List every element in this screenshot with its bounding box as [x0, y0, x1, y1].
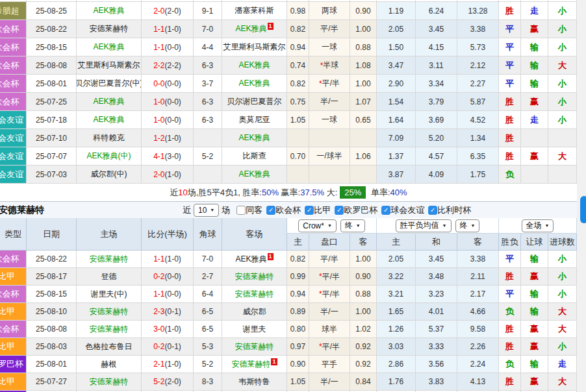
- handicap-line-cell: [309, 129, 350, 147]
- home-team-cell[interactable]: AEK雅典: [77, 93, 142, 111]
- home-team-cell[interactable]: 贝尔谢巴夏普尔(中): [77, 75, 142, 93]
- league-type-cell: 欧会杯: [0, 251, 27, 268]
- summary-text: 近: [170, 188, 178, 197]
- avg-away-odds-cell: 1.75: [457, 165, 499, 184]
- avg-draw-odds-cell: 3.23: [416, 286, 457, 303]
- away-team-cell[interactable]: 潘塞莱科斯: [222, 2, 287, 20]
- sub-header-handicap: 盘口: [309, 234, 350, 251]
- filter-label[interactable]: 同客: [246, 204, 262, 216]
- handicap-result-cell: 赢: [521, 147, 548, 165]
- home-team-cell[interactable]: 艾里斯利马斯素尔: [77, 56, 142, 75]
- handicap-line-cell: 平/半: [309, 20, 350, 38]
- matches-unit-label: 场: [222, 204, 230, 216]
- away-team-cell[interactable]: 安德莱赫特: [222, 286, 287, 303]
- filter-label[interactable]: 比甲: [314, 204, 331, 216]
- win-draw-lose-result-cell: 胜: [499, 268, 521, 286]
- fulltime-score: 0-2: [153, 272, 164, 281]
- match-row: 欧会杯 25-08-22 安德莱赫特 1-1(1-0) 7-0 AEK雅典1 0…: [0, 20, 577, 38]
- odds-select-group: Crow*▼ 终▼: [287, 218, 377, 234]
- filter-label[interactable]: 欧会杯: [275, 204, 301, 216]
- filter-checkbox[interactable]: ✓: [335, 206, 344, 215]
- fulltime-score: 1-0: [153, 116, 164, 125]
- away-team-cell[interactable]: AEK雅典1: [222, 20, 287, 38]
- home-team-cell[interactable]: 威尔郡(中): [77, 165, 142, 184]
- scope-select[interactable]: 全场▼: [522, 219, 554, 232]
- away-team-cell[interactable]: 艾里斯利马斯素尔: [222, 38, 287, 56]
- filter-checkbox[interactable]: ✓: [428, 206, 437, 215]
- anderlecht-section-bar: 安德莱赫特 近 10▼ 场 同客✓欧会杯✓比甲✓欧罗巴杯✓球会友谊✓比利时杯: [0, 201, 577, 218]
- avg-away-odds-cell: 2.27: [457, 75, 499, 93]
- home-team-cell[interactable]: AEK雅典: [77, 2, 142, 20]
- away-team-cell[interactable]: 安德莱赫特: [222, 268, 287, 286]
- win-draw-lose-result-cell: 平: [499, 286, 521, 303]
- filter-checkbox[interactable]: ✓: [305, 206, 314, 215]
- away-team-cell[interactable]: AEK雅典: [222, 75, 287, 93]
- avg-draw-odds-cell: 4.57: [416, 147, 457, 165]
- home-team-cell[interactable]: 安德莱赫特: [77, 303, 142, 321]
- corner-cell: 9-1: [194, 2, 222, 20]
- home-team-cell[interactable]: 安德莱赫特: [77, 321, 142, 338]
- home-team-cell[interactable]: 登德: [77, 268, 142, 286]
- filter-label[interactable]: 球会友谊: [390, 204, 424, 216]
- odds-source-select[interactable]: Crow*▼: [298, 219, 337, 232]
- away-team-cell[interactable]: AEK雅典: [222, 56, 287, 75]
- avg-home-odds-cell: 3.03: [377, 338, 416, 356]
- avg-type-select[interactable]: 胜平负均值▼: [396, 219, 452, 232]
- fulltime-score: 2-0: [153, 6, 164, 16]
- avg-draw-odds-cell: 3.48: [416, 268, 457, 286]
- filter-checkbox[interactable]: ✓: [381, 206, 390, 215]
- away-team-cell[interactable]: AEK雅典: [222, 165, 287, 184]
- halftime-score: (1-0): [165, 360, 181, 369]
- away-team-cell[interactable]: 贝尔谢巴夏普尔: [222, 93, 287, 111]
- match-row: 比甲 25-08-10 安德莱赫特 2-3(0-1) 6-5 威尔郡 0.89 …: [0, 303, 577, 321]
- filter-label[interactable]: 比利时杯: [437, 204, 471, 216]
- home-team-cell[interactable]: 安德莱赫特: [77, 373, 142, 391]
- home-team-cell[interactable]: AEK雅典: [77, 111, 142, 129]
- away-odds-cell: [350, 129, 377, 147]
- home-team-cell[interactable]: 色格拉布鲁日: [77, 338, 142, 356]
- away-team-cell[interactable]: 韦斯特鲁: [222, 373, 287, 391]
- scope-select-group: 全场▼: [499, 218, 577, 234]
- away-team-cell[interactable]: AEK雅典1: [222, 251, 287, 268]
- away-odds-cell: 1.00: [350, 303, 377, 321]
- avg-home-odds-cell: 7.09: [377, 129, 416, 147]
- filter-checkbox[interactable]: ✓: [266, 206, 275, 215]
- halftime-score: (0-1): [165, 307, 181, 316]
- away-team-cell[interactable]: 威尔郡: [222, 303, 287, 321]
- scrollbar-thumb[interactable]: [580, 196, 586, 223]
- home-odds-cell: 0.90: [287, 356, 309, 373]
- odds-final-select[interactable]: 终▼: [340, 219, 365, 232]
- home-team-cell[interactable]: 安德莱赫特: [77, 251, 142, 268]
- filter-label[interactable]: 欧罗巴杯: [344, 204, 377, 216]
- goals-result-cell: 小: [548, 38, 577, 56]
- goals-result-cell: 大: [548, 56, 577, 75]
- goals-result-cell: 小: [548, 93, 577, 111]
- red-number-badge: 1: [268, 253, 274, 260]
- win-draw-lose-result-cell: 平: [499, 38, 521, 56]
- away-team-cell[interactable]: 谢里夫: [222, 321, 287, 338]
- away-team-cell[interactable]: 比斯查: [222, 147, 287, 165]
- scrollbar-track[interactable]: [577, 0, 586, 392]
- corner-cell: 6-5: [194, 321, 222, 338]
- away-team-cell[interactable]: 安德莱赫特1: [222, 356, 287, 373]
- home-team-cell[interactable]: 赫根: [77, 356, 142, 373]
- away-odds-cell: 0.65: [350, 111, 377, 129]
- recent-count-select[interactable]: 10▼: [194, 204, 219, 217]
- avg-away-odds-cell: 6.35: [457, 147, 499, 165]
- away-team-cell[interactable]: AEK雅典: [222, 129, 287, 147]
- sub-header-odds-away: 客: [350, 234, 377, 251]
- away-team-cell[interactable]: 安德莱赫特: [222, 338, 287, 356]
- avg-away-odds-cell: 2.17: [457, 286, 499, 303]
- home-team-cell[interactable]: 谢里夫(中): [77, 286, 142, 303]
- avg-final-select[interactable]: 终▼: [455, 219, 480, 232]
- home-team-cell[interactable]: 科特赖克: [77, 129, 142, 147]
- handicap-result-cell: [521, 165, 548, 184]
- home-team-cell[interactable]: AEK雅典: [77, 38, 142, 56]
- avg-away-odds-cell: 5.87: [457, 93, 499, 111]
- filter-checkbox[interactable]: [236, 206, 246, 215]
- chevron-down-icon: ▼: [327, 223, 332, 228]
- home-team-cell[interactable]: 安德莱赫特: [77, 20, 142, 38]
- home-team-cell[interactable]: AEK雅典(中): [77, 147, 142, 165]
- away-team-cell[interactable]: 奥莫尼亚: [222, 111, 287, 129]
- recent-label: 近: [183, 204, 191, 216]
